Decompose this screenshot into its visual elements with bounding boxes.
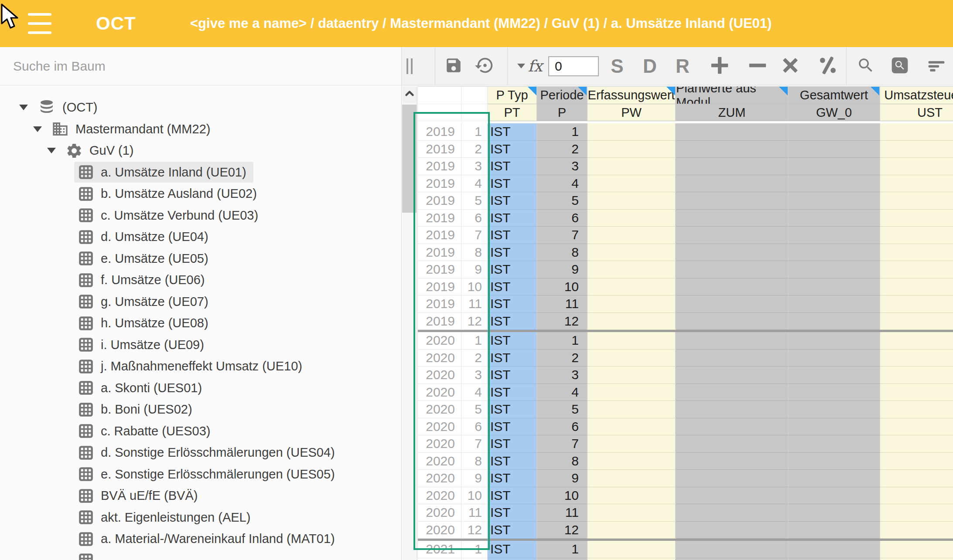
grid-cell-ust[interactable]	[880, 435, 953, 453]
grid-cell-gw_0[interactable]	[789, 384, 880, 401]
grid-cell-zum[interactable]	[676, 470, 789, 487]
grid-cell-gw_0[interactable]	[789, 541, 880, 558]
grid-cell-pw[interactable]	[588, 123, 676, 141]
column-header-p[interactable]: Periode	[537, 87, 588, 104]
column-header-p[interactable]: P	[537, 104, 588, 121]
tree-item[interactable]: f. Umsätze (UE06)	[0, 269, 401, 291]
grid-cell-pw[interactable]	[588, 332, 676, 350]
grid-cell-ust[interactable]	[880, 418, 953, 436]
grid-cell-p[interactable]: 8	[537, 244, 588, 261]
grid-cell-ust[interactable]	[880, 367, 953, 384]
grid-cell-gw_0[interactable]	[789, 558, 880, 560]
row-header-period[interactable]: 10	[461, 278, 488, 296]
grid-cell-gw_0[interactable]	[789, 123, 880, 141]
grid-cell-pw[interactable]	[588, 261, 676, 278]
grid-cell-p[interactable]: 7	[537, 227, 588, 244]
grid-cell-zum[interactable]	[676, 295, 789, 313]
grid-cell-gw_0[interactable]	[789, 401, 880, 418]
row-header-year[interactable]: 2020	[418, 367, 461, 384]
grid-cell-ust[interactable]	[880, 332, 953, 350]
grid-cell-gw_0[interactable]	[789, 332, 880, 350]
row-header-period[interactable]: 1	[461, 123, 488, 141]
row-header-year[interactable]: 2020	[418, 487, 461, 505]
grid-cell-zum[interactable]	[676, 332, 789, 350]
grid-cell-pw[interactable]	[588, 313, 676, 330]
tree-item[interactable]: Mastermandant (MM22)	[0, 119, 401, 140]
save-button[interactable]	[440, 47, 468, 85]
tree-item[interactable]: j. Maßnahmeneffekt Umsatz (UE10)	[0, 356, 401, 377]
grid-cell-p[interactable]: 6	[537, 210, 588, 227]
grid-cell-zum[interactable]	[676, 418, 789, 436]
row-header-year[interactable]: 2019	[418, 313, 461, 330]
grid-cell-gw_0[interactable]	[789, 210, 880, 227]
grid-cell-pw[interactable]	[588, 244, 676, 261]
grid-cell-zum[interactable]	[676, 384, 789, 401]
column-header-gw_0[interactable]: GW_0	[789, 104, 880, 121]
row-header-period[interactable]: 1	[461, 332, 488, 350]
tree-item[interactable]: g. Umsätze (UE07)	[0, 291, 401, 313]
grid-cell-p[interactable]	[537, 558, 588, 560]
tree-item[interactable]: GuV (1)	[0, 140, 401, 162]
grid-cell-pw[interactable]	[588, 158, 676, 175]
grid-cell-pt[interactable]: IST	[488, 384, 537, 401]
grid-cell-zum[interactable]	[676, 367, 789, 384]
row-header-period[interactable]: 11	[461, 504, 488, 522]
grid-cell-pt[interactable]: IST	[488, 522, 537, 539]
grid-cell-ust[interactable]	[880, 522, 953, 539]
grid-cell-gw_0[interactable]	[789, 522, 880, 539]
row-header-period[interactable]: 12	[461, 522, 488, 539]
grid-cell-ust[interactable]	[880, 192, 953, 210]
row-header-year[interactable]: 2019	[418, 141, 461, 158]
grid-cell-zum[interactable]	[676, 558, 789, 560]
grid-cell-ust[interactable]	[880, 210, 953, 227]
grid-cell-gw_0[interactable]	[789, 158, 880, 175]
grid-cell-ust[interactable]	[880, 487, 953, 505]
grid-cell-p[interactable]: 8	[537, 453, 588, 470]
grid-cell-ust[interactable]	[880, 244, 953, 261]
row-header-year[interactable]: 2020	[418, 418, 461, 436]
row-header-year[interactable]: 2020	[418, 522, 461, 539]
grid-cell-pw[interactable]	[588, 504, 676, 522]
row-header-year[interactable]: 2019	[418, 244, 461, 261]
grid-cell-zum[interactable]	[676, 487, 789, 505]
row-header-year[interactable]: 2020	[418, 470, 461, 487]
grid-cell-pt[interactable]: IST	[488, 210, 537, 227]
grid-cell-zum[interactable]	[676, 401, 789, 418]
grid-cell-pw[interactable]	[588, 227, 676, 244]
expand-arrow-icon[interactable]	[47, 148, 62, 153]
grid-cell-pt[interactable]: IST	[488, 295, 537, 313]
grid-cell-zum[interactable]	[676, 227, 789, 244]
grid-cell-p[interactable]: 11	[537, 295, 588, 313]
grid-cell-ust[interactable]	[880, 295, 953, 313]
tree-item[interactable]: i. Umsätze (UE09)	[0, 334, 401, 356]
row-header-period[interactable]: 4	[461, 384, 488, 401]
row-header-year[interactable]	[418, 558, 461, 560]
grid-cell-gw_0[interactable]	[789, 261, 880, 278]
grid-cell-p[interactable]: 6	[537, 418, 588, 436]
grid-cell-pt[interactable]: IST	[488, 453, 537, 470]
tree-item[interactable]: e. Sonstige Erlösschmälerungen (UES05)	[0, 464, 401, 485]
tree-item[interactable]: b. Boni (UES02)	[0, 399, 401, 421]
row-header-year[interactable]: 2019	[418, 227, 461, 244]
grid-cell-ust[interactable]	[880, 350, 953, 367]
grid-cell-pt[interactable]: IST	[488, 487, 537, 505]
grid-cell-gw_0[interactable]	[789, 367, 880, 384]
add-button[interactable]	[706, 47, 734, 85]
row-header-period[interactable]: 11	[461, 295, 488, 313]
row-header-period[interactable]: 6	[461, 418, 488, 436]
reset-values-button[interactable]: R	[669, 47, 697, 85]
row-header-period[interactable]: 6	[461, 210, 488, 227]
grid-cell-zum[interactable]	[676, 261, 789, 278]
grid-cell-ust[interactable]	[880, 558, 953, 560]
grid-cell-ust[interactable]	[880, 175, 953, 193]
expand-arrow-icon[interactable]	[19, 105, 34, 110]
row-header-year[interactable]: 2019	[418, 261, 461, 278]
row-header-year[interactable]: 2019	[418, 192, 461, 210]
grid-cell-pt[interactable]: IST	[488, 227, 537, 244]
row-header-period[interactable]: 3	[461, 158, 488, 175]
grid-cell-pt[interactable]: IST	[488, 470, 537, 487]
row-header-year[interactable]: 2020	[418, 504, 461, 522]
scrollbar-thumb[interactable]	[402, 105, 417, 213]
grid-cell-zum[interactable]	[676, 244, 789, 261]
grid-cell-ust[interactable]	[880, 384, 953, 401]
